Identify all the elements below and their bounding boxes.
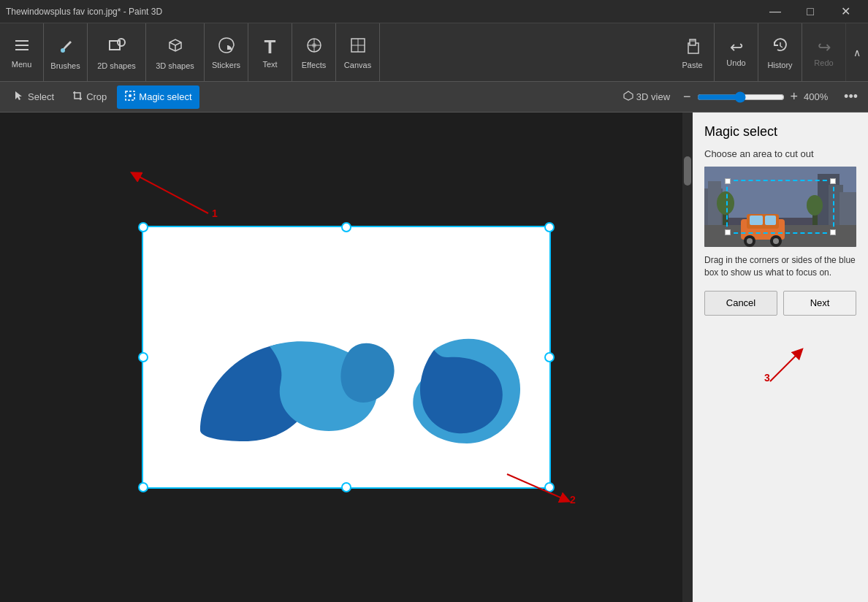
- brushes-icon: [56, 35, 76, 60]
- svg-marker-19: [624, 91, 633, 100]
- title-bar: Thewindowsplus fav icon.jpg* - Paint 3D …: [0, 0, 868, 23]
- panel-subtitle: Choose an area to cut out: [704, 148, 856, 159]
- next-button[interactable]: Next: [783, 291, 856, 316]
- effects-icon: [305, 36, 324, 59]
- window-title: Thewindowsplus fav icon.jpg* - Paint 3D: [6, 7, 162, 17]
- svg-text:3: 3: [764, 372, 770, 384]
- 3d-view-icon: [623, 91, 633, 104]
- more-options-button[interactable]: •••: [840, 89, 862, 104]
- redo-icon: ↪: [818, 38, 831, 57]
- ribbon-redo[interactable]: ↪ Redo: [802, 23, 846, 81]
- stickers-icon: [217, 36, 236, 59]
- preview-handle-tr: [830, 178, 836, 184]
- zoom-slider[interactable]: [697, 91, 785, 103]
- svg-rect-2: [15, 49, 28, 50]
- crop-label: Crop: [86, 91, 107, 102]
- stickers-label: Stickers: [212, 61, 240, 69]
- text-icon: T: [264, 36, 276, 58]
- brushes-label: Brushes: [50, 61, 80, 70]
- maximize-button[interactable]: □: [793, 0, 827, 23]
- magic-select-button[interactable]: Magic select: [117, 85, 199, 109]
- text-label: Text: [262, 60, 277, 69]
- panel-preview: [704, 167, 856, 247]
- ribbon-paste[interactable]: Paste: [671, 23, 715, 81]
- minimize-button[interactable]: —: [758, 0, 792, 23]
- undo-icon: ↩: [730, 38, 743, 57]
- zoom-plus-icon[interactable]: +: [788, 89, 802, 104]
- ribbon-effects[interactable]: Effects: [292, 23, 336, 81]
- svg-point-3: [61, 48, 65, 53]
- canvas-label: Canvas: [344, 61, 371, 69]
- svg-rect-13: [690, 39, 696, 45]
- preview-handle-br: [830, 229, 836, 235]
- ribbon-2d-shapes[interactable]: 2D shapes: [88, 23, 146, 81]
- window-controls: — □ ✕: [758, 0, 862, 23]
- scrollbar-thumb[interactable]: [684, 156, 691, 186]
- paste-label: Paste: [682, 61, 702, 69]
- ribbon-text[interactable]: T Text: [248, 23, 292, 81]
- select-button[interactable]: Select: [6, 85, 61, 109]
- svg-point-8: [312, 43, 316, 47]
- svg-line-44: [770, 352, 799, 381]
- svg-rect-1: [15, 45, 28, 46]
- ribbon-menu[interactable]: Menu: [0, 23, 44, 81]
- svg-point-39: [747, 238, 753, 244]
- panel-title: Magic select: [704, 124, 856, 140]
- svg-point-5: [118, 39, 125, 46]
- main-area: 1: [0, 113, 868, 602]
- preview-handle-bl: [725, 229, 731, 235]
- ribbon-canvas[interactable]: Canvas: [336, 23, 380, 81]
- effects-label: Effects: [302, 61, 326, 69]
- ribbon-undo[interactable]: ↩ Undo: [715, 23, 758, 81]
- ribbon-brushes[interactable]: Brushes: [44, 23, 88, 81]
- zoom-minus-icon[interactable]: −: [680, 89, 694, 104]
- 2d-shapes-label: 2D shapes: [97, 61, 136, 70]
- cancel-button[interactable]: Cancel: [704, 291, 777, 316]
- right-panel: Magic select Choose an area to cut out: [693, 113, 868, 602]
- paste-icon: [683, 36, 702, 59]
- annotation-arrow-3: 3: [704, 330, 850, 389]
- close-button[interactable]: ✕: [829, 0, 862, 23]
- ribbon-stickers[interactable]: Stickers: [205, 23, 248, 81]
- canvas-area[interactable]: 1: [0, 113, 693, 602]
- select-icon: [13, 90, 25, 104]
- preview-handle-tl: [725, 178, 731, 184]
- svg-text:2: 2: [570, 494, 576, 506]
- history-label: History: [767, 61, 792, 69]
- canvas-image: [142, 226, 551, 489]
- magic-select-icon: [124, 90, 136, 104]
- menu-label: Menu: [12, 60, 32, 69]
- annotation-1: 1: [212, 207, 218, 219]
- panel-buttons: Cancel Next: [704, 291, 856, 316]
- svg-line-20: [135, 175, 208, 213]
- svg-point-41: [773, 238, 779, 244]
- collapse-ribbon-button[interactable]: ∧: [846, 23, 868, 81]
- 3d-shapes-icon: [165, 35, 186, 60]
- 3d-view-label: 3D view: [636, 91, 670, 102]
- 2d-shapes-icon: [107, 35, 127, 60]
- preview-selection: [726, 180, 834, 234]
- ribbon: Menu Brushes 2D shapes 3D: [0, 23, 868, 82]
- history-icon: [771, 36, 790, 59]
- svg-rect-0: [15, 40, 28, 42]
- collapse-icon: ∧: [853, 47, 861, 58]
- svg-line-16: [780, 46, 783, 47]
- panel-description: Drag in the corners or sides of the blue…: [704, 254, 856, 279]
- canvas-wrapper: 2: [142, 226, 551, 489]
- select-label: Select: [28, 91, 54, 102]
- ribbon-history[interactable]: History: [758, 23, 802, 81]
- magic-select-label: Magic select: [139, 91, 191, 102]
- 3d-shapes-label: 3D shapes: [156, 61, 194, 70]
- redo-label: Redo: [814, 58, 833, 67]
- menu-icon: [13, 37, 31, 58]
- vertical-scrollbar[interactable]: [682, 113, 693, 602]
- ribbon-3d-shapes[interactable]: 3D shapes: [146, 23, 205, 81]
- crop-button[interactable]: Crop: [64, 85, 114, 109]
- annotation-3-area: 3: [704, 330, 856, 389]
- zoom-value: 400%: [804, 91, 837, 102]
- 3d-view-button[interactable]: 3D view: [616, 85, 677, 109]
- canvas-icon: [349, 36, 368, 59]
- sub-toolbar: Select Crop Magic select 3D view − +: [0, 82, 868, 113]
- svg-point-18: [129, 94, 132, 97]
- undo-label: Undo: [726, 58, 745, 67]
